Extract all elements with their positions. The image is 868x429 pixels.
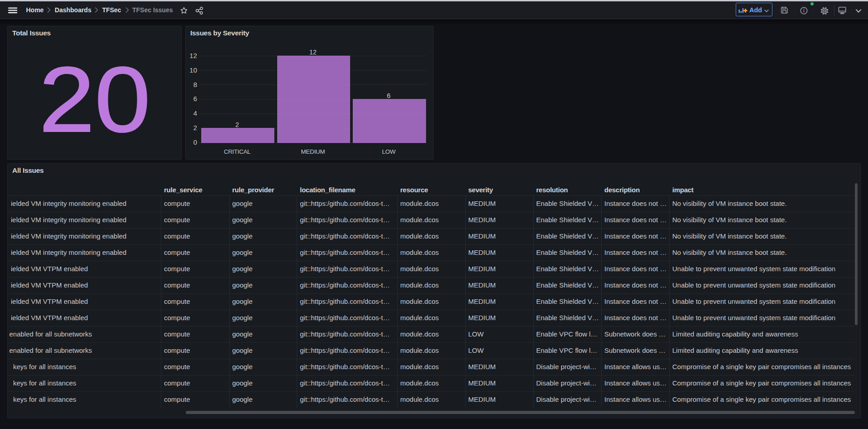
svg-text:6: 6	[387, 92, 391, 99]
svg-text:12: 12	[309, 49, 317, 56]
svg-text:0: 0	[193, 138, 197, 146]
svg-text:2: 2	[193, 124, 197, 132]
svg-text:LOW: LOW	[382, 148, 395, 155]
svg-text:4: 4	[193, 109, 197, 117]
svg-text:8: 8	[193, 81, 197, 88]
svg-text:10: 10	[189, 66, 197, 74]
svg-text:6: 6	[193, 95, 197, 102]
svg-text:2: 2	[235, 121, 239, 128]
svg-text:MEDIUM: MEDIUM	[301, 148, 325, 155]
svg-text:CRITICAL: CRITICAL	[224, 148, 251, 155]
svg-text:12: 12	[189, 52, 197, 59]
